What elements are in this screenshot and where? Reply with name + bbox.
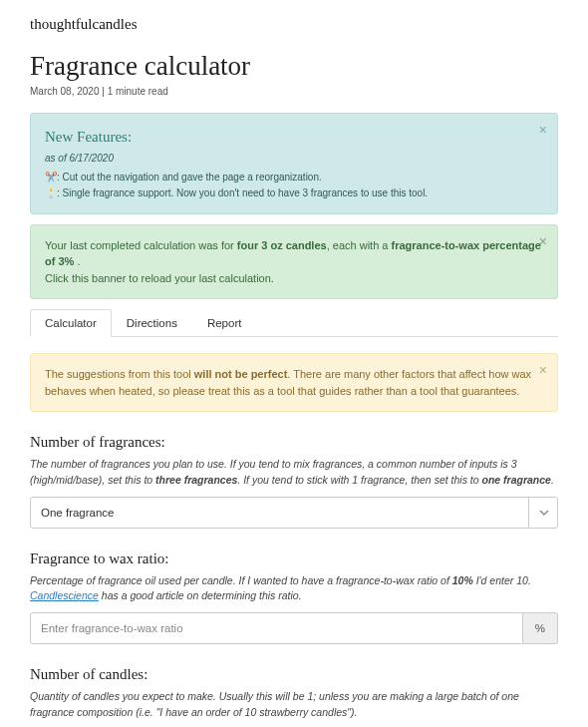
candlescience-link[interactable]: Candlescience <box>30 589 99 601</box>
fragrance-ratio-section: Fragrance to wax ratio: Percentage of fr… <box>30 550 558 645</box>
text: Your last completed calculation was for <box>45 239 237 251</box>
close-icon[interactable]: × <box>539 233 547 249</box>
percent-addon: % <box>523 612 558 644</box>
page-title: Fragrance calculator <box>30 51 558 82</box>
number-of-candles-section: Number of candles: Quantity of candles y… <box>30 666 558 727</box>
number-of-fragrances-section: Number of fragrances: The number of frag… <box>30 434 558 529</box>
field-help: Quantity of candles you expect to make. … <box>30 689 558 721</box>
scissors-icon: ✂️: <box>45 172 63 182</box>
site-brand[interactable]: thoughtfulcandles <box>30 16 558 33</box>
field-help: The number of fragrances you plan to use… <box>30 457 558 489</box>
feature-text: Single fragrance support. Now you don't … <box>63 187 429 198</box>
text: The suggestions from this tool <box>45 368 194 380</box>
field-label: Fragrance to wax ratio: <box>30 550 558 567</box>
fragrance-count-value[interactable] <box>30 497 558 529</box>
new-features-banner: × New Features: as of 6/17/2020 ✂️: Cut … <box>30 113 558 214</box>
feature-item: 🕯️: Single fragrance support. Now you do… <box>45 185 543 200</box>
text-bold: four 3 oz candles <box>237 239 327 251</box>
tab-bar: Calculator Directions Report <box>30 309 558 337</box>
reload-hint: Click this banner to reload your last ca… <box>45 270 543 287</box>
text: . <box>74 255 80 267</box>
close-icon[interactable]: × <box>539 362 547 378</box>
fragrance-ratio-input[interactable] <box>30 612 523 644</box>
tab-calculator[interactable]: Calculator <box>30 309 112 337</box>
new-features-heading: New Features: <box>45 126 543 149</box>
feature-item: ✂️: Cut out the navigation and gave the … <box>45 170 543 184</box>
tab-directions[interactable]: Directions <box>112 309 192 337</box>
field-label: Number of fragrances: <box>30 434 558 451</box>
close-icon[interactable]: × <box>539 122 547 138</box>
field-label: Number of candles: <box>30 666 558 683</box>
fragrance-count-select[interactable] <box>30 497 558 529</box>
feature-text: Cut out the navigation and gave the page… <box>63 172 322 182</box>
post-meta: March 08, 2020 | 1 minute read <box>30 86 558 97</box>
last-calculation-banner[interactable]: × Your last completed calculation was fo… <box>30 224 558 300</box>
field-help: Percentage of fragrance oil used per can… <box>30 573 558 605</box>
as-of-date: as of 6/17/2020 <box>45 151 543 166</box>
text: , each with a <box>327 239 392 251</box>
candle-icon: 🕯️: <box>45 187 63 198</box>
text-bold: will not be perfect <box>194 368 288 380</box>
accuracy-warning-banner: × The suggestions from this tool will no… <box>30 353 558 412</box>
tab-report[interactable]: Report <box>192 309 257 337</box>
